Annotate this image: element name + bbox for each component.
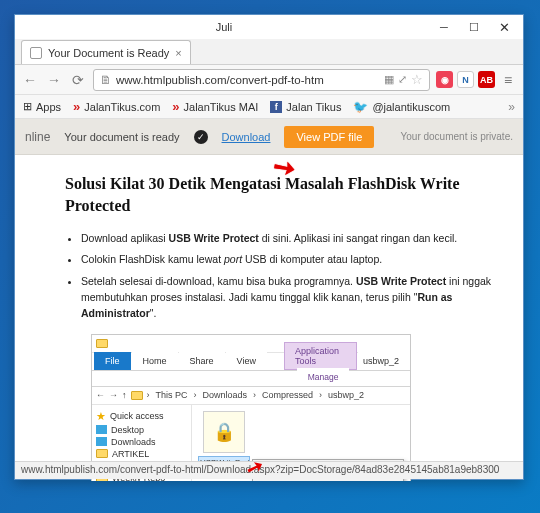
path-seg[interactable]: usbwp_2: [326, 390, 366, 400]
explorer-ribbon: File Home Share View Application Tools u…: [92, 353, 410, 371]
bookmarks-bar: ⊞Apps »JalanTikus.com »JalanTikus MAI fJ…: [15, 95, 523, 119]
download-link[interactable]: Download: [222, 131, 271, 143]
bookmark-star-icon[interactable]: ☆: [411, 72, 423, 87]
lock-icon: 🔒: [213, 421, 235, 443]
ribbon-share[interactable]: Share: [179, 352, 225, 370]
path-seg[interactable]: Downloads: [201, 390, 250, 400]
reload-button[interactable]: ⟳: [69, 72, 87, 88]
view-pdf-button[interactable]: View PDF file: [284, 126, 374, 148]
browser-tab[interactable]: Your Document is Ready ×: [21, 40, 191, 64]
folder-icon: [96, 339, 108, 348]
browser-window: Juli ─ ☐ ✕ Your Document is Ready × ← → …: [14, 14, 524, 480]
close-button[interactable]: ✕: [489, 17, 519, 37]
maximize-button[interactable]: ☐: [459, 17, 489, 37]
fb-icon: f: [270, 101, 282, 113]
explorer-titlebar: [92, 335, 410, 353]
list-item: Colokin FlashDisk kamu lewat port USB di…: [81, 251, 495, 267]
explorer-ribbon2: Manage: [92, 371, 410, 387]
tree-downloads[interactable]: Downloads: [94, 436, 189, 448]
bookmark-jalantikus-tw[interactable]: 🐦@jalantikuscom: [353, 100, 450, 114]
check-icon: ✓: [194, 130, 208, 144]
page-toolbar: nline Your document is ready ✓ Download …: [15, 119, 523, 155]
tab-title: Your Document is Ready: [48, 47, 169, 59]
folder-icon: [131, 391, 143, 400]
file-item[interactable]: 🔒 USBWriteProtect.2.0.CJalanTikus.exe: [198, 411, 250, 469]
path-seg[interactable]: This PC: [154, 390, 190, 400]
tab-strip: Your Document is Ready ×: [15, 39, 523, 65]
ext-n-icon[interactable]: N: [457, 71, 474, 88]
tree-artikel[interactable]: ARTIKEL: [94, 448, 189, 460]
page-info-icon: 🗎: [100, 74, 112, 86]
twitter-icon: 🐦: [353, 100, 368, 114]
ribbon-file[interactable]: File: [94, 352, 131, 370]
desktop-icon: [96, 425, 107, 434]
downloads-icon: [96, 437, 107, 446]
path-seg[interactable]: Compressed: [260, 390, 315, 400]
nav-fwd-icon[interactable]: →: [109, 390, 118, 400]
extensions: ◉ N AB ≡: [436, 71, 517, 88]
ext-abp-icon[interactable]: AB: [478, 71, 495, 88]
tab-close-icon[interactable]: ×: [175, 47, 181, 59]
favicon-icon: [30, 47, 42, 59]
qr-icon[interactable]: ▦: [384, 73, 394, 86]
url-text: www.htmlpublish.com/convert-pdf-to-htm: [116, 74, 324, 86]
ribbon-app-tools[interactable]: Application Tools: [284, 342, 357, 370]
status-bar: www.htmlpublish.com/convert-pdf-to-html/…: [15, 461, 523, 479]
star-icon: ★: [96, 410, 106, 423]
ribbon-view[interactable]: View: [226, 352, 267, 370]
page-content: Solusi Kilat 30 Detik Mengatasi Masalah …: [15, 155, 523, 481]
url-input[interactable]: 🗎 www.htmlpublish.com/convert-pdf-to-htm…: [93, 69, 430, 91]
apps-button[interactable]: ⊞Apps: [23, 100, 61, 113]
forward-button[interactable]: →: [45, 72, 63, 88]
ext-pocket-icon[interactable]: ◉: [436, 71, 453, 88]
translate-icon[interactable]: ⤢: [398, 73, 407, 86]
list-item: Setelah selesai di-download, kamu bisa b…: [81, 273, 495, 322]
menu-icon[interactable]: ≡: [499, 72, 517, 88]
path-seg[interactable]: ›: [147, 390, 150, 400]
address-bar: ← → ⟳ 🗎 www.htmlpublish.com/convert-pdf-…: [15, 65, 523, 95]
bookmark-jalantikus-fb[interactable]: fJalan Tikus: [270, 101, 341, 113]
ribbon-manage[interactable]: Manage: [297, 368, 350, 386]
tree-quick-access[interactable]: ★Quick access: [94, 409, 189, 424]
bookmark-jalantikus-mai[interactable]: »JalanTikus MAI: [172, 99, 258, 114]
toolbar-left-text: nline: [25, 130, 50, 144]
window-title: Juli: [19, 21, 429, 33]
ribbon-home[interactable]: Home: [132, 352, 178, 370]
explorer-path[interactable]: ← → ↑ › This PC› Downloads› Compressed› …: [92, 387, 410, 405]
bookmarks-overflow-icon[interactable]: »: [508, 100, 515, 114]
jt-icon: »: [73, 99, 80, 114]
exe-icon: 🔒: [203, 411, 245, 453]
ribbon-folder-name: usbwp_2: [358, 352, 410, 370]
private-label: Your document is private.: [401, 131, 513, 142]
window-titlebar: Juli ─ ☐ ✕: [15, 15, 523, 39]
folder-icon: [96, 449, 108, 458]
tree-desktop[interactable]: Desktop: [94, 424, 189, 436]
nav-back-icon[interactable]: ←: [96, 390, 105, 400]
minimize-button[interactable]: ─: [429, 17, 459, 37]
jt-icon: »: [172, 99, 179, 114]
list-item: Download aplikasi USB Write Protect di s…: [81, 230, 495, 246]
apps-icon: ⊞: [23, 100, 32, 113]
bookmark-jalantikus-com[interactable]: »JalanTikus.com: [73, 99, 160, 114]
ready-label: Your document is ready: [64, 131, 179, 143]
back-button[interactable]: ←: [21, 72, 39, 88]
article-list: Download aplikasi USB Write Protect di s…: [65, 230, 495, 321]
nav-up-icon[interactable]: ↑: [122, 390, 127, 400]
